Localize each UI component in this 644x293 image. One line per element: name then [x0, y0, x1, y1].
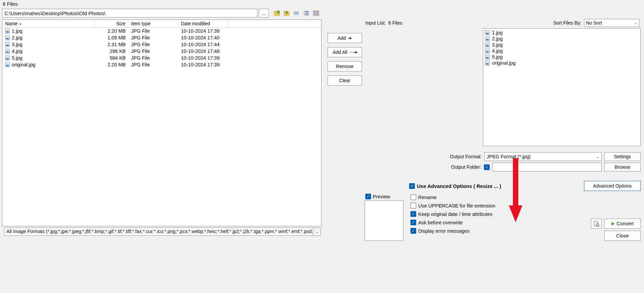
- keep-date-label: Keep original date / time attributes: [418, 211, 492, 217]
- svg-point-30: [6, 43, 7, 43]
- svg-rect-32: [6, 51, 9, 53]
- list-item[interactable]: 1.jpg: [485, 30, 639, 36]
- preview-checkbox[interactable]: ✓: [365, 194, 371, 199]
- output-format-select[interactable]: JPEG Format (*.jpg)⌄: [484, 152, 602, 161]
- list-item[interactable]: 5.jpg: [485, 54, 639, 60]
- table-row[interactable]: 4.jpg296 KBJPG File10-10-2024 17:48: [2, 48, 321, 55]
- file-table[interactable]: Name ▲ Size Item type Date modified 1.jp…: [2, 20, 321, 226]
- svg-rect-13: [304, 13, 305, 13]
- display-errors-label: Display error messages: [418, 228, 469, 234]
- output-format-label: Output Format:: [450, 154, 482, 159]
- list-item[interactable]: 3.jpg: [485, 42, 639, 48]
- svg-rect-29: [6, 44, 9, 46]
- file-count-label: 6 Files: [0, 0, 644, 8]
- log-icon-button[interactable]: [591, 219, 602, 229]
- svg-point-27: [6, 36, 7, 37]
- svg-rect-23: [6, 31, 9, 33]
- svg-point-42: [486, 31, 487, 32]
- view-details-icon[interactable]: [293, 9, 301, 17]
- rename-label: Rename: [418, 195, 437, 200]
- output-folder-label: Output Folder:: [451, 164, 482, 170]
- ask-overwrite-checkbox[interactable]: ✓: [410, 220, 416, 225]
- list-item[interactable]: original.jpg: [485, 60, 639, 66]
- svg-line-60: [599, 226, 599, 227]
- svg-rect-53: [486, 57, 489, 59]
- svg-rect-26: [6, 38, 9, 39]
- svg-point-33: [6, 50, 7, 50]
- clear-button[interactable]: Clear: [328, 75, 362, 86]
- path-input[interactable]: [2, 9, 257, 18]
- svg-point-48: [486, 43, 487, 44]
- output-folder-checkbox[interactable]: ✓: [484, 164, 490, 170]
- svg-rect-11: [304, 11, 305, 12]
- browse-button[interactable]: Browse: [604, 163, 641, 171]
- settings-button[interactable]: Settings: [604, 152, 641, 161]
- rename-checkbox[interactable]: [410, 194, 416, 200]
- input-list-box[interactable]: 1.jpg2.jpg3.jpg4.jpg5.jpgoriginal.jpg: [483, 28, 641, 146]
- svg-rect-19: [316, 11, 318, 13]
- input-list-label: Input List:: [365, 20, 386, 26]
- svg-point-45: [486, 37, 487, 38]
- use-advanced-checkbox[interactable]: ✓: [409, 183, 415, 189]
- display-errors-checkbox[interactable]: ✓: [410, 228, 416, 234]
- svg-rect-35: [6, 58, 9, 60]
- output-folder-input[interactable]: [492, 163, 602, 171]
- ask-overwrite-label: Ask before overwrite: [418, 220, 463, 225]
- svg-point-51: [486, 49, 487, 50]
- svg-text:+: +: [278, 11, 279, 14]
- up-folder-icon[interactable]: [283, 9, 291, 17]
- svg-rect-14: [305, 13, 309, 13]
- svg-point-39: [6, 63, 7, 64]
- preview-label: Preview: [373, 194, 390, 199]
- list-item[interactable]: 2.jpg: [485, 36, 639, 42]
- new-folder-icon[interactable]: +: [273, 9, 281, 17]
- view-list-icon[interactable]: [302, 9, 310, 17]
- table-row[interactable]: 2.jpg1.09 MBJPG File10-10-2024 17:40: [2, 34, 321, 41]
- remove-button[interactable]: Remove: [328, 61, 362, 71]
- play-icon: [611, 222, 615, 226]
- svg-rect-56: [486, 63, 489, 65]
- file-filter-input[interactable]: All Image Formats (*.jpg;*.jpe;*.jpeg;*.…: [4, 228, 313, 236]
- table-row[interactable]: 3.jpg2.31 MBJPG File10-10-2024 17:44: [2, 41, 321, 48]
- svg-rect-21: [316, 13, 318, 15]
- svg-rect-38: [6, 65, 9, 66]
- use-advanced-label: Use Advanced Options ( Resize ... ): [417, 183, 501, 189]
- svg-point-54: [486, 55, 487, 56]
- svg-rect-16: [305, 14, 309, 15]
- svg-point-24: [6, 29, 7, 30]
- view-thumbnails-icon[interactable]: [312, 9, 320, 17]
- preview-box: [365, 200, 403, 241]
- add-all-button[interactable]: Add All ⋯➔: [328, 47, 362, 57]
- svg-rect-50: [486, 51, 489, 53]
- uppercase-label: Use UPPERCASE for file extension: [418, 203, 495, 208]
- svg-rect-1: [274, 11, 277, 12]
- column-header-type[interactable]: Item type: [128, 20, 178, 27]
- sort-files-select[interactable]: No Sort⌄: [584, 19, 639, 27]
- svg-rect-12: [305, 11, 309, 12]
- close-button[interactable]: Close: [604, 231, 641, 241]
- convert-button[interactable]: Convert: [604, 219, 641, 229]
- arrow-all-icon: ⋯➔: [349, 50, 357, 55]
- path-more-button[interactable]: ...: [259, 9, 269, 18]
- table-row[interactable]: original.jpg2.20 MBJPG File10-10-2024 17…: [2, 61, 321, 68]
- table-row[interactable]: 1.jpg2.20 MBJPG File10-10-2024 17:39: [2, 28, 321, 34]
- svg-rect-44: [486, 39, 489, 40]
- svg-point-57: [486, 61, 487, 62]
- list-item[interactable]: 4.jpg: [485, 48, 639, 54]
- file-filter-dropdown[interactable]: ⌄: [313, 228, 321, 236]
- keep-date-checkbox[interactable]: ✓: [410, 211, 416, 217]
- svg-rect-18: [314, 11, 316, 13]
- svg-rect-20: [314, 13, 316, 15]
- svg-rect-41: [486, 33, 489, 34]
- sort-files-label: Sort Files By:: [553, 20, 581, 26]
- svg-point-36: [6, 56, 7, 57]
- column-header-size[interactable]: Size: [95, 20, 128, 27]
- arrow-right-icon: ➔: [348, 35, 352, 41]
- column-header-date[interactable]: Date modified: [178, 20, 229, 27]
- svg-rect-47: [486, 45, 489, 46]
- input-list-count: 6 Files: [388, 20, 402, 26]
- table-row[interactable]: 5.jpg584 KBJPG File10-10-2024 17:39: [2, 55, 321, 61]
- uppercase-checkbox[interactable]: [410, 203, 416, 208]
- add-button[interactable]: Add ➔: [328, 33, 362, 43]
- column-header-name[interactable]: Name ▲: [2, 20, 95, 27]
